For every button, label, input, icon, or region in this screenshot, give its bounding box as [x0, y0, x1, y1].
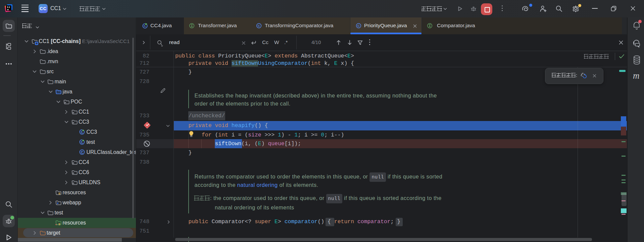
- svg-text:C: C: [258, 24, 260, 28]
- svg-text:C: C: [357, 24, 360, 28]
